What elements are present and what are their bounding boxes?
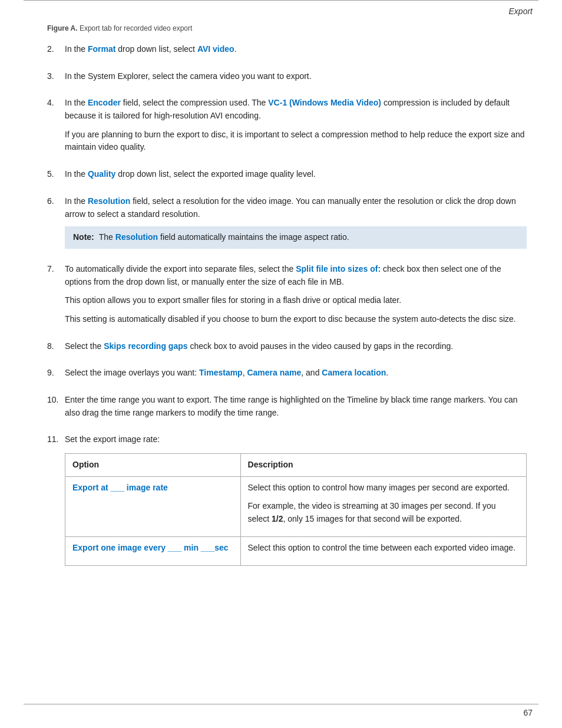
figure-label: Figure A.: [47, 24, 78, 32]
table-row: Export at ___ image rate Select this opt…: [65, 476, 527, 536]
list-item-6: 6. In the Resolution field, select a res…: [47, 195, 527, 255]
figure-caption: Figure A. Export tab for recorded video …: [47, 24, 527, 32]
header-title: Export: [509, 6, 533, 16]
list-item-5: 5. In the Quality drop down list, select…: [47, 168, 527, 187]
list-item-10: 10. Enter the time range you want to exp…: [47, 394, 527, 425]
table-row: Export one image every ___ min ___sec Se…: [65, 536, 527, 565]
list-num-3: 3.: [47, 70, 65, 89]
table-header-row: Option Description: [65, 454, 527, 477]
option-export-image-rate: Export at ___ image rate: [65, 476, 241, 536]
quality-link: Quality: [88, 169, 115, 179]
list-item-7: 7. To automatically divide the export in…: [47, 263, 527, 332]
resolution-link: Resolution: [88, 196, 130, 206]
export-one-image-label: Export one image every ___ min ___sec: [72, 543, 229, 552]
list-item-11: 11. Set the export image rate: Option De…: [47, 433, 527, 565]
list-num-5: 5.: [47, 168, 65, 187]
vc1-link: VC-1 (Windows Media Video): [268, 98, 381, 107]
list-num-4: 4.: [47, 97, 65, 160]
footer-page-number: 67: [523, 708, 533, 717]
footer-rule: [24, 704, 538, 704]
list-body-9: Select the image overlays you want: Time…: [65, 367, 527, 386]
list-item-9: 9. Select the image overlays you want: T…: [47, 367, 527, 386]
list-num-10: 10.: [47, 394, 65, 425]
list-num-8: 8.: [47, 340, 65, 359]
list-num-7: 7.: [47, 263, 65, 332]
list-body-8: Select the Skips recording gaps check bo…: [65, 340, 527, 359]
table-header-option: Option: [65, 454, 241, 477]
option-export-one-image: Export one image every ___ min ___sec: [65, 536, 241, 565]
format-link: Format: [88, 44, 115, 54]
header-area: Export: [0, 1, 562, 16]
list-body-10: Enter the time range you want to export.…: [65, 394, 527, 425]
split-file-link: Split file into sizes of:: [296, 264, 381, 274]
avi-video-link: AVI video: [197, 44, 234, 54]
skips-recording-link: Skips recording gaps: [104, 341, 187, 351]
content: Figure A. Export tab for recorded video …: [0, 16, 562, 610]
list-body-7: To automatically divide the export into …: [65, 263, 527, 332]
note-label-6: Note:: [73, 231, 94, 244]
list-body-6: In the Resolution field, select a resolu…: [65, 195, 527, 255]
list-body-11: Set the export image rate: Option Descri…: [65, 433, 527, 565]
list-item-3: 3. In the System Explorer, select the ca…: [47, 70, 527, 89]
export-table: Option Description Export at ___ image r…: [65, 453, 527, 565]
list-num-11: 11.: [47, 433, 65, 565]
camera-location-link: Camera location: [322, 368, 386, 377]
figure-caption-text: Export tab for recorded video export: [80, 24, 192, 32]
encoder-link: Encoder: [88, 98, 121, 107]
list-num-6: 6.: [47, 195, 65, 255]
note-text-6: The Resolution field automatically maint…: [99, 231, 349, 243]
list-body-5: In the Quality drop down list, select th…: [65, 168, 527, 187]
list-body-4: In the Encoder field, select the compres…: [65, 97, 527, 160]
desc-export-one-image: Select this option to control the time b…: [240, 536, 526, 565]
resolution-note-link: Resolution: [115, 232, 158, 242]
list-body-3: In the System Explorer, select the camer…: [65, 70, 527, 89]
list-body-2: In the Format drop down list, select AVI…: [65, 43, 527, 62]
list-item-4: 4. In the Encoder field, select the comp…: [47, 97, 527, 160]
table-header-description: Description: [240, 454, 526, 477]
desc-export-image-rate: Select this option to control how many i…: [240, 476, 526, 536]
timestamp-link: Timestamp: [199, 368, 243, 377]
list-num-2: 2.: [47, 43, 65, 62]
export-image-rate-label: Export at ___ image rate: [72, 483, 168, 492]
list-item-2: 2. In the Format drop down list, select …: [47, 43, 527, 62]
list-num-9: 9.: [47, 367, 65, 386]
camera-name-link: Camera name: [247, 368, 301, 377]
note-box-6: Note: The Resolution field automatically…: [65, 226, 527, 249]
page: Export Figure A. Export tab for recorded…: [0, 0, 562, 728]
list-item-8: 8. Select the Skips recording gaps check…: [47, 340, 527, 359]
half-bold: 1/2: [272, 514, 283, 523]
